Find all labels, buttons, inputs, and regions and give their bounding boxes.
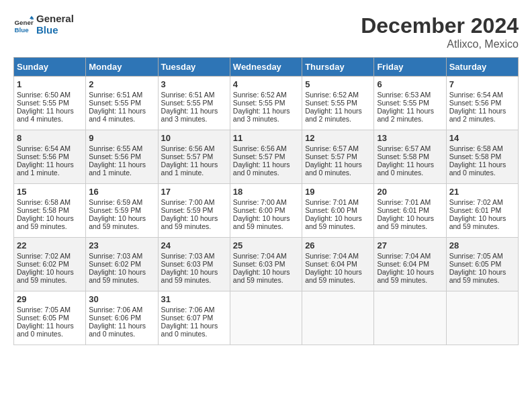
calendar-cell: 3Sunrise: 6:51 AMSunset: 5:55 PMDaylight… bbox=[158, 77, 230, 130]
day-info-line: and 3 minutes. bbox=[161, 115, 227, 123]
day-info-line: Daylight: 10 hours bbox=[233, 214, 299, 222]
calendar-cell: 6Sunrise: 6:53 AMSunset: 5:55 PMDaylight… bbox=[374, 77, 446, 130]
day-number: 16 bbox=[89, 187, 154, 197]
day-info-line: Sunset: 6:03 PM bbox=[161, 260, 227, 268]
calendar-week-5: 29Sunrise: 7:05 AMSunset: 6:05 PMDayligh… bbox=[14, 291, 519, 345]
day-info-line: Daylight: 11 hours bbox=[377, 161, 443, 169]
day-info-line: Sunset: 6:04 PM bbox=[305, 260, 371, 268]
day-info-line: Daylight: 10 hours bbox=[377, 214, 443, 222]
day-info-line: Daylight: 11 hours bbox=[17, 161, 83, 169]
day-info-line: Sunset: 6:00 PM bbox=[305, 206, 371, 214]
weekday-header-saturday: Saturday bbox=[446, 58, 518, 77]
calendar-week-2: 8Sunrise: 6:54 AMSunset: 5:56 PMDaylight… bbox=[14, 130, 519, 184]
day-info-line: Daylight: 10 hours bbox=[17, 214, 83, 222]
day-info-line: and 0 minutes. bbox=[377, 169, 443, 177]
calendar-cell: 15Sunrise: 6:58 AMSunset: 5:58 PMDayligh… bbox=[14, 184, 86, 238]
day-info-line: Daylight: 10 hours bbox=[449, 268, 515, 276]
day-info-line: Sunrise: 7:00 AM bbox=[233, 198, 299, 206]
day-info-line: Sunrise: 7:04 AM bbox=[377, 252, 443, 260]
day-info-line: Sunrise: 6:58 AM bbox=[17, 198, 83, 206]
calendar-cell: 4Sunrise: 6:52 AMSunset: 5:55 PMDaylight… bbox=[230, 77, 302, 130]
day-info-line: Sunset: 5:55 PM bbox=[17, 99, 83, 107]
calendar-cell: 30Sunrise: 7:06 AMSunset: 6:06 PMDayligh… bbox=[86, 291, 158, 345]
day-info-line: Daylight: 11 hours bbox=[233, 161, 299, 169]
day-info-line: Daylight: 11 hours bbox=[89, 107, 154, 115]
day-number: 5 bbox=[305, 79, 371, 89]
month-title: December 2024 bbox=[361, 13, 519, 38]
day-info-line: Daylight: 11 hours bbox=[17, 107, 83, 115]
day-info-line: and 59 minutes. bbox=[233, 222, 299, 230]
calendar-cell: 28Sunrise: 7:05 AMSunset: 6:05 PMDayligh… bbox=[446, 238, 518, 291]
day-number: 15 bbox=[17, 187, 83, 197]
day-number: 3 bbox=[161, 79, 227, 89]
day-number: 10 bbox=[161, 133, 227, 143]
day-info-line: Sunset: 6:02 PM bbox=[17, 260, 83, 268]
day-number: 30 bbox=[89, 294, 154, 304]
day-info-line: Sunset: 5:59 PM bbox=[89, 206, 154, 214]
day-info-line: and 59 minutes. bbox=[305, 222, 371, 230]
day-info-line: Daylight: 10 hours bbox=[17, 268, 83, 276]
day-info-line: Sunset: 5:56 PM bbox=[17, 152, 83, 161]
day-info-line: Sunrise: 6:56 AM bbox=[161, 144, 227, 152]
day-number: 13 bbox=[377, 133, 443, 143]
day-info-line: Daylight: 11 hours bbox=[17, 322, 83, 330]
day-info-line: Daylight: 11 hours bbox=[449, 161, 515, 169]
day-info-line: and 59 minutes. bbox=[161, 276, 227, 284]
day-number: 24 bbox=[161, 240, 227, 250]
logo: General Blue General Blue bbox=[13, 13, 74, 36]
calendar-cell: 7Sunrise: 6:54 AMSunset: 5:56 PMDaylight… bbox=[446, 77, 518, 130]
calendar-cell: 23Sunrise: 7:03 AMSunset: 6:02 PMDayligh… bbox=[86, 238, 158, 291]
location-title: Atlixco, Mexico bbox=[361, 38, 519, 50]
day-info-line: Sunrise: 6:51 AM bbox=[161, 91, 227, 99]
day-info-line: Daylight: 11 hours bbox=[161, 161, 227, 169]
calendar-cell: 16Sunrise: 6:59 AMSunset: 5:59 PMDayligh… bbox=[86, 184, 158, 238]
day-number: 23 bbox=[89, 240, 154, 250]
calendar-body: 1Sunrise: 6:50 AMSunset: 5:55 PMDaylight… bbox=[14, 77, 519, 345]
calendar-cell: 1Sunrise: 6:50 AMSunset: 5:55 PMDaylight… bbox=[14, 77, 86, 130]
day-number: 8 bbox=[17, 133, 83, 143]
logo-general: General bbox=[36, 13, 74, 25]
day-info-line: Sunrise: 7:06 AM bbox=[161, 306, 227, 314]
calendar-week-4: 22Sunrise: 7:02 AMSunset: 6:02 PMDayligh… bbox=[14, 238, 519, 291]
day-info-line: Sunset: 5:58 PM bbox=[17, 206, 83, 214]
calendar-cell: 9Sunrise: 6:55 AMSunset: 5:56 PMDaylight… bbox=[86, 130, 158, 184]
calendar-cell: 18Sunrise: 7:00 AMSunset: 6:00 PMDayligh… bbox=[230, 184, 302, 238]
day-info-line: Sunset: 5:57 PM bbox=[161, 152, 227, 161]
day-info-line: Sunset: 5:58 PM bbox=[377, 152, 443, 161]
calendar-cell bbox=[446, 291, 518, 345]
calendar-cell: 22Sunrise: 7:02 AMSunset: 6:02 PMDayligh… bbox=[14, 238, 86, 291]
day-info-line: Sunrise: 7:03 AM bbox=[161, 252, 227, 260]
day-info-line: Sunrise: 6:54 AM bbox=[449, 91, 515, 99]
day-info-line: Sunset: 6:02 PM bbox=[89, 260, 154, 268]
day-info-line: and 59 minutes. bbox=[233, 276, 299, 284]
day-info-line: Sunrise: 7:05 AM bbox=[449, 252, 515, 260]
day-info-line: Sunrise: 7:01 AM bbox=[377, 198, 443, 206]
day-info-line: and 0 minutes. bbox=[305, 169, 371, 177]
day-info-line: Sunset: 5:56 PM bbox=[449, 99, 515, 107]
day-info-line: and 59 minutes. bbox=[89, 276, 154, 284]
day-info-line: and 2 minutes. bbox=[449, 115, 515, 123]
day-info-line: Sunrise: 7:03 AM bbox=[89, 252, 154, 260]
day-number: 28 bbox=[449, 240, 515, 250]
day-info-line: Sunrise: 6:54 AM bbox=[17, 144, 83, 152]
weekday-header-sunday: Sunday bbox=[14, 58, 86, 77]
logo-icon: General Blue bbox=[13, 15, 34, 35]
day-info-line: Daylight: 11 hours bbox=[449, 107, 515, 115]
day-number: 19 bbox=[305, 187, 371, 197]
day-number: 26 bbox=[305, 240, 371, 250]
calendar-cell: 31Sunrise: 7:06 AMSunset: 6:07 PMDayligh… bbox=[158, 291, 230, 345]
day-info-line: Sunset: 6:00 PM bbox=[233, 206, 299, 214]
calendar-week-1: 1Sunrise: 6:50 AMSunset: 5:55 PMDaylight… bbox=[14, 77, 519, 130]
day-info-line: Sunset: 5:55 PM bbox=[233, 99, 299, 107]
day-info-line: Sunset: 6:01 PM bbox=[377, 206, 443, 214]
day-info-line: Sunset: 5:56 PM bbox=[89, 152, 154, 161]
day-info-line: Sunrise: 7:05 AM bbox=[17, 306, 83, 314]
day-info-line: Sunset: 5:55 PM bbox=[305, 99, 371, 107]
day-info-line: Sunrise: 6:57 AM bbox=[377, 144, 443, 152]
day-info-line: Daylight: 10 hours bbox=[161, 214, 227, 222]
day-info-line: Daylight: 10 hours bbox=[233, 268, 299, 276]
day-info-line: Daylight: 11 hours bbox=[377, 107, 443, 115]
day-info-line: Daylight: 10 hours bbox=[89, 268, 154, 276]
day-info-line: Sunrise: 6:57 AM bbox=[305, 144, 371, 152]
day-number: 11 bbox=[233, 133, 299, 143]
